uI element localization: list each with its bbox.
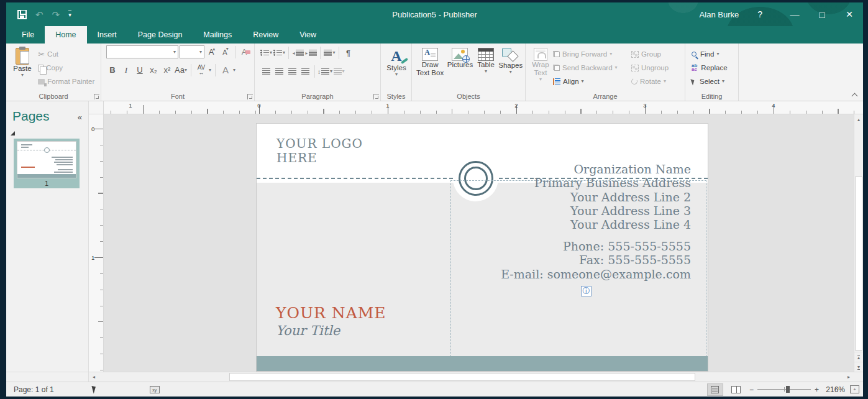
shapes-button[interactable]: Shapes ▾: [497, 45, 524, 90]
object-position-icon[interactable]: xy: [150, 386, 160, 393]
replace-button[interactable]: abac Replace: [692, 62, 728, 73]
clear-formatting-button[interactable]: A: [240, 45, 252, 58]
align-left-button[interactable]: [260, 65, 273, 78]
show-formatting-button[interactable]: ¶: [342, 47, 355, 59]
font-color-caret-icon[interactable]: ▾: [233, 68, 235, 73]
expand-panel-icon[interactable]: [11, 131, 15, 135]
bring-forward-button[interactable]: Bring Forward ▾: [553, 48, 631, 60]
scroll-up-icon[interactable]: ▴: [854, 114, 863, 124]
fit-page-button[interactable]: +: [850, 385, 859, 393]
italic-button[interactable]: I: [120, 63, 132, 76]
select-button[interactable]: Select ▾: [692, 76, 728, 87]
font-size-caret-icon[interactable]: ▾: [199, 50, 204, 55]
vertical-scroll-thumb[interactable]: [855, 177, 862, 351]
horizontal-ruler[interactable]: 1 0 1 2 3 4: [104, 101, 863, 114]
zoom-out-button[interactable]: −: [749, 385, 754, 394]
organization-info-text[interactable]: Organization Name Primary Business Addre…: [534, 162, 691, 231]
tab-home[interactable]: Home: [45, 26, 86, 44]
two-page-spread-button[interactable]: [728, 383, 744, 396]
customize-qat-icon[interactable]: ▾: [68, 11, 71, 18]
justify-button[interactable]: [299, 65, 312, 78]
font-name-combo[interactable]: ▾: [106, 45, 178, 58]
bullets-button[interactable]: ▾: [260, 47, 273, 59]
logo-placeholder-text[interactable]: YOUR LOGO HERE: [276, 137, 370, 165]
zoom-slider-thumb[interactable]: [786, 386, 790, 393]
smart-tag-button[interactable]: ⓘ: [581, 286, 592, 296]
font-name-input[interactable]: [111, 46, 173, 58]
scroll-right-icon[interactable]: ▸: [844, 372, 854, 382]
publication-page[interactable]: YOUR LOGO HERE Organization Name Primary…: [257, 124, 708, 371]
collapse-ribbon-icon[interactable]: [852, 93, 857, 98]
save-icon[interactable]: [17, 10, 27, 19]
tab-view[interactable]: View: [289, 26, 327, 44]
font-name-caret-icon[interactable]: ▾: [173, 50, 178, 55]
send-backward-button[interactable]: Send Backward ▾: [553, 62, 631, 73]
find-button[interactable]: Find ▾: [692, 48, 728, 60]
close-button[interactable]: ×: [836, 2, 863, 26]
redo-icon[interactable]: ↷: [52, 10, 60, 19]
grow-font-button[interactable]: A▴: [206, 45, 218, 58]
next-page-button[interactable]: ▾: [854, 362, 863, 372]
tab-insert[interactable]: Insert: [87, 26, 127, 44]
superscript-button[interactable]: x²: [161, 63, 173, 76]
minimize-button[interactable]: —: [781, 2, 808, 26]
cut-button[interactable]: ✂ Cut: [38, 48, 94, 60]
font-size-combo[interactable]: ▾: [180, 45, 204, 58]
align-right-button[interactable]: [286, 65, 299, 78]
character-spacing-caret-icon[interactable]: ▾: [209, 68, 211, 73]
maximize-button[interactable]: □: [808, 2, 836, 26]
account-name[interactable]: Alan Burke: [700, 10, 739, 19]
group-button[interactable]: Group: [631, 48, 681, 60]
format-painter-button[interactable]: Format Painter: [38, 76, 94, 87]
help-button[interactable]: ?: [757, 9, 762, 19]
vertical-scrollbar[interactable]: ▴ ▾ ▴ ▾: [854, 114, 863, 372]
zoom-in-button[interactable]: +: [815, 385, 819, 394]
bold-button[interactable]: B: [106, 63, 119, 76]
contact-info-text[interactable]: Phone: 555-555-5555 Fax: 555-555-5555 E-…: [501, 239, 691, 281]
zoom-level[interactable]: 216%: [824, 385, 845, 394]
page-status[interactable]: Page: 1 of 1: [6, 385, 54, 394]
increase-indent-button[interactable]: ▸: [304, 47, 318, 59]
character-spacing-button[interactable]: AV↔: [195, 63, 208, 76]
borders-button[interactable]: ▾: [332, 65, 345, 78]
table-button[interactable]: Table ▾: [475, 45, 498, 90]
font-dialog-launcher[interactable]: [247, 94, 253, 99]
tab-review[interactable]: Review: [242, 26, 289, 44]
horizontal-scrollbar[interactable]: ◂ ▸: [89, 372, 854, 382]
horizontal-scroll-thumb[interactable]: [229, 373, 695, 381]
canvas-viewport[interactable]: YOUR LOGO HERE Organization Name Primary…: [104, 114, 854, 372]
rotate-button[interactable]: Rotate ▾: [631, 76, 681, 87]
pictures-button[interactable]: Pictures: [445, 45, 474, 90]
styles-button[interactable]: A Styles ▾: [383, 45, 409, 90]
vertical-ruler[interactable]: 0 1: [89, 114, 104, 372]
clipboard-dialog-launcher[interactable]: [94, 94, 99, 99]
single-page-view-button[interactable]: [707, 383, 723, 396]
vertical-scroll-track[interactable]: [854, 124, 863, 342]
collapse-pages-panel-icon[interactable]: «: [78, 112, 82, 122]
shrink-font-button[interactable]: A▾: [219, 45, 232, 58]
subscript-button[interactable]: x₂: [147, 63, 160, 76]
undo-icon[interactable]: ↶: [35, 10, 43, 19]
copy-button[interactable]: Copy: [38, 62, 94, 73]
paste-button[interactable]: Paste ▾: [9, 45, 36, 90]
tab-mailings[interactable]: Mailings: [193, 26, 242, 44]
your-name-text[interactable]: YOUR NAME: [276, 304, 386, 322]
previous-page-button[interactable]: ▴: [854, 352, 863, 362]
ungroup-button[interactable]: Ungroup: [631, 62, 681, 73]
underline-button[interactable]: U: [134, 63, 146, 76]
scroll-left-icon[interactable]: ◂: [89, 372, 99, 382]
tab-page-design[interactable]: Page Design: [127, 26, 193, 44]
your-title-text[interactable]: Your Title: [276, 323, 340, 338]
line-spacing-button[interactable]: ↕▾: [318, 65, 332, 78]
columns-button[interactable]: ▾: [323, 47, 336, 59]
decrease-indent-button[interactable]: ◂: [291, 47, 304, 59]
zoom-slider[interactable]: [757, 389, 811, 390]
horizontal-scroll-track[interactable]: [99, 372, 844, 382]
change-case-button[interactable]: Aa▾: [175, 63, 187, 76]
paragraph-dialog-launcher[interactable]: [373, 94, 379, 99]
page-thumbnail[interactable]: 1: [14, 139, 80, 188]
align-button[interactable]: Align ▾: [553, 76, 631, 87]
align-center-button[interactable]: [273, 65, 286, 78]
numbering-button[interactable]: ▾: [273, 47, 286, 59]
wrap-text-button[interactable]: Wrap Text ▾: [528, 45, 553, 90]
